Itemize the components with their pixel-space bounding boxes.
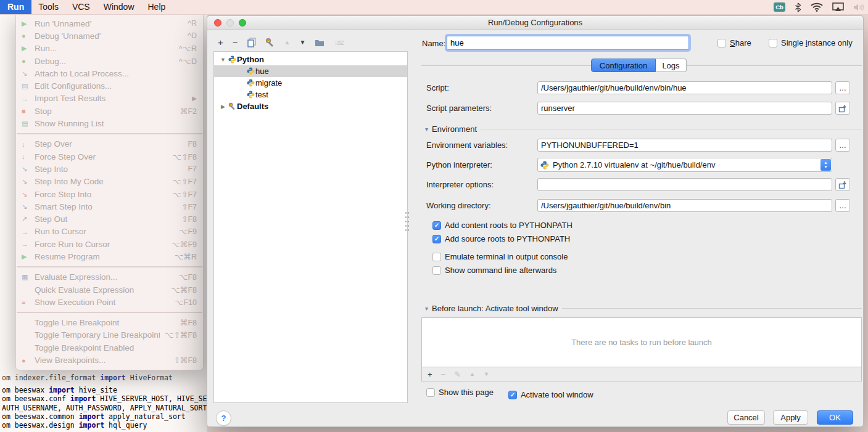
add-configuration-icon[interactable]: +: [218, 37, 223, 48]
menu-item-shortcut: ⌥F8: [179, 272, 197, 282]
share-label: Share: [730, 38, 751, 47]
menu-item[interactable]: ● Debug... ^⌥D: [16, 55, 203, 67]
menu-item[interactable]: ↘ Step Into F7: [16, 163, 203, 175]
code-line: om beeswax import hive_site: [2, 386, 207, 394]
single-instance-checkbox[interactable]: ✓ Single instance only: [769, 38, 853, 47]
attach-process-icon: ↘: [22, 70, 35, 78]
step-out-icon: ↗: [22, 215, 35, 223]
airplay-display-icon[interactable]: [832, 2, 844, 12]
tree-item[interactable]: ▶ Defaults: [214, 100, 407, 112]
checkbox[interactable]: ✓ Show command line afterwards: [432, 266, 572, 275]
interpreter-options-input[interactable]: [537, 178, 832, 191]
tree-expander-icon[interactable]: ▶: [219, 104, 227, 110]
menu-item[interactable]: ↓ Force Step Over ⌥⇧F8: [16, 150, 203, 163]
dialog-titlebar[interactable]: Run/Debug Configurations: [207, 16, 863, 30]
menubar-item-run[interactable]: Run: [0, 0, 31, 14]
menu-item[interactable]: ↗ Step Out ⇧F8: [16, 213, 203, 225]
checkbox-box: ✓: [717, 39, 726, 47]
collapse-section-icon[interactable]: ▾: [425, 126, 428, 132]
menu-item[interactable]: Toggle Line Breakpoint ⌘F8: [16, 317, 203, 329]
before-launch-header[interactable]: ▾ Before launch: Activate tool window: [425, 304, 862, 313]
share-checkbox[interactable]: ✓ Share: [717, 38, 751, 47]
configurations-tree[interactable]: ▼ Python hue migrate test ▶ Defaults: [213, 51, 408, 403]
menu-item[interactable]: ▦ Evaluate Expression... ⌥F8: [16, 271, 203, 283]
environment-section-label: Environment: [432, 124, 477, 134]
checkbox[interactable]: ✓ Add source roots to PYTHONPATH: [432, 234, 572, 243]
checkbox[interactable]: ✓ Activate tool window: [508, 390, 593, 399]
menu-item[interactable]: Quick Evaluate Expression ⌥⌘F8: [16, 283, 203, 296]
python-interpreter-select[interactable]: Python 2.7.10 virtualenv at ~/git/hue/bu…: [537, 158, 832, 172]
menu-item[interactable]: ▶ Run... ^⌥R: [16, 43, 203, 55]
splitter-handle[interactable]: [405, 211, 410, 233]
wifi-icon[interactable]: [811, 2, 823, 12]
menu-item[interactable]: Toggle Temporary Line Breakpoint ⌥⇧⌘F8: [16, 329, 203, 341]
menu-item-label: Force Step Over: [35, 152, 168, 161]
edit-defaults-icon[interactable]: [265, 38, 275, 47]
folder-icon[interactable]: [315, 39, 324, 47]
expand-parameters-button[interactable]: [835, 102, 850, 115]
section-rule: [481, 129, 862, 129]
collapse-section-icon[interactable]: ▾: [425, 305, 428, 312]
menu-item[interactable]: ↘ Smart Step Into ⇧F7: [16, 200, 203, 213]
menu-item[interactable]: Toggle Breakpoint Enabled: [16, 341, 203, 354]
cancel-button[interactable]: Cancel: [727, 410, 765, 425]
help-button[interactable]: ?: [216, 410, 231, 426]
script-input[interactable]: [537, 81, 832, 94]
tree-item[interactable]: test: [214, 89, 407, 100]
browse-script-button[interactable]: …: [835, 81, 850, 94]
tree-item[interactable]: ▼ Python: [214, 54, 407, 65]
move-down-icon[interactable]: ▼: [299, 37, 305, 48]
checkbox-box: ✓: [432, 235, 441, 243]
working-directory-input[interactable]: [537, 199, 832, 212]
menu-item[interactable]: ■ Stop ⌘F2: [16, 105, 203, 117]
checkbox[interactable]: ✓ Emulate terminal in output console: [432, 252, 572, 261]
ok-button[interactable]: OK: [817, 410, 853, 425]
tree-item[interactable]: migrate: [214, 77, 407, 89]
name-input[interactable]: [447, 36, 689, 50]
menu-item[interactable]: ▤ Show Running List: [16, 117, 203, 129]
menubar-item-help[interactable]: Help: [141, 0, 173, 14]
menu-item[interactable]: ▶ Resume Program ⌥⌘R: [16, 250, 203, 263]
cb-badge-icon[interactable]: Cb: [774, 2, 785, 12]
menu-item[interactable]: ↘ Force Step Into ⌥⇧F7: [16, 188, 203, 200]
menu-item[interactable]: → Import Test Results ▶: [16, 92, 203, 105]
menu-item[interactable]: ↘ Attach to Local Process...: [16, 67, 203, 79]
menu-item[interactable]: → Force Run to Cursor ⌥⌘F9: [16, 238, 203, 250]
tab-configuration[interactable]: Configuration: [591, 59, 656, 72]
checkbox[interactable]: ✓ Add content roots to PYTHONPATH: [432, 221, 572, 230]
remove-configuration-icon[interactable]: −: [233, 37, 238, 48]
menubar-item-vcs[interactable]: VCS: [65, 0, 97, 14]
apply-button[interactable]: Apply: [773, 410, 808, 425]
environment-section-header[interactable]: ▾ Environment: [425, 124, 862, 134]
script-parameters-input[interactable]: [537, 102, 832, 115]
add-task-icon[interactable]: +: [428, 370, 432, 379]
menu-item[interactable]: ● Debug 'Unnamed' ^D: [16, 30, 203, 42]
menu-item[interactable]: ↓ Step Over F8: [16, 138, 203, 150]
menubar-status-area: Cb: [774, 0, 864, 14]
expand-options-button[interactable]: [835, 178, 850, 191]
browse-working-directory-button[interactable]: …: [835, 199, 850, 212]
tab-logs[interactable]: Logs: [656, 59, 687, 72]
before-launch-task-list[interactable]: There are no tasks to run before launch: [421, 317, 862, 367]
copy-configuration-icon[interactable]: [247, 38, 256, 47]
bluetooth-icon[interactable]: [795, 2, 801, 12]
menu-item[interactable]: → Run to Cursor ⌥F9: [16, 226, 203, 238]
menu-item[interactable]: ≡ Show Execution Point ⌥F10: [16, 296, 203, 308]
checkbox[interactable]: ✓ Show this page: [426, 388, 494, 397]
menu-item[interactable]: ▤ Edit Configurations...: [16, 79, 203, 92]
menu-item[interactable]: ▶ Run 'Unnamed' ^R: [16, 17, 203, 30]
tree-item-label: Python: [237, 55, 264, 64]
volume-icon[interactable]: [853, 3, 864, 12]
show-running-list-icon: ▤: [22, 120, 35, 128]
menu-item[interactable]: ↘ Step Into My Code ⌥⇧F7: [16, 176, 203, 188]
menu-separator: [16, 130, 203, 138]
select-stepper-icon[interactable]: ▲▼: [820, 159, 831, 171]
tree-expander-icon[interactable]: ▼: [219, 57, 227, 63]
menubar-item-tools[interactable]: Tools: [31, 0, 65, 14]
tree-item[interactable]: hue: [214, 65, 407, 77]
menu-item[interactable]: ● View Breakpoints... ⇧⌘F8: [16, 354, 203, 366]
environment-variables-input[interactable]: [537, 139, 832, 152]
menu-item-label: Toggle Breakpoint Enabled: [35, 343, 192, 353]
menubar-item-window[interactable]: Window: [97, 0, 141, 14]
browse-environment-variables-button[interactable]: …: [835, 139, 850, 152]
